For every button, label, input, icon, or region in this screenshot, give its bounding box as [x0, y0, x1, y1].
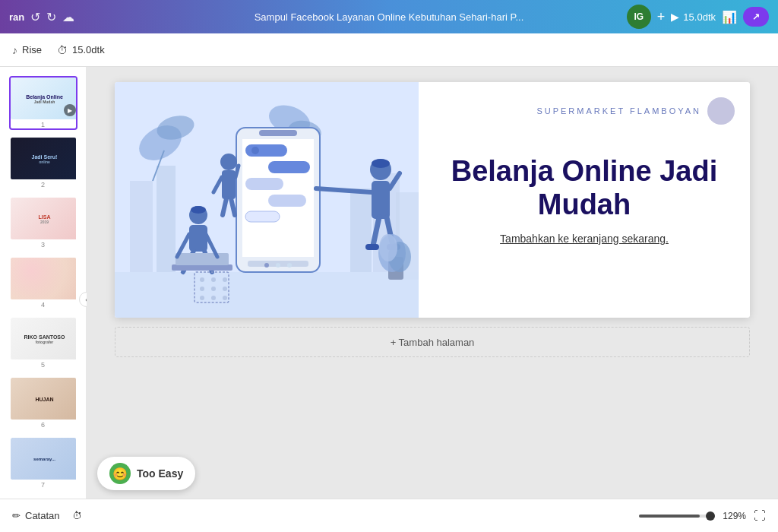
canvas-illustration: [115, 82, 419, 318]
zoom-percent: 129%: [723, 511, 746, 521]
duration-label: 15.0dtk: [72, 44, 105, 55]
canvas-right: SUPERMARKET FLAMBOYAN Belanja Online Jad…: [419, 82, 750, 318]
thumb-play-icon: ▶: [64, 104, 76, 116]
svg-point-34: [372, 159, 390, 168]
timer-item[interactable]: ⏱: [72, 510, 82, 521]
chart-button[interactable]: 📊: [722, 10, 737, 24]
svg-rect-24: [245, 211, 280, 222]
undo-button[interactable]: ↺: [30, 10, 40, 24]
zoom-area: 129% ⛶: [639, 509, 766, 523]
svg-point-56: [211, 277, 216, 282]
timer-icon: ⏱: [72, 510, 82, 521]
share-icon: ↗: [752, 11, 760, 22]
svg-point-25: [251, 147, 259, 154]
catatan-item[interactable]: ✏ Catatan: [12, 510, 60, 521]
svg-point-63: [223, 296, 227, 300]
sidebar-thumb-2[interactable]: Jadi Seru! online 2: [9, 136, 77, 190]
svg-rect-40: [176, 253, 229, 265]
svg-rect-39: [172, 264, 232, 271]
svg-point-44: [220, 154, 237, 170]
redo-button[interactable]: ↻: [46, 10, 56, 24]
sidebar-thumb-3[interactable]: LISA 2019 3: [9, 196, 77, 250]
play-duration: 15.0dtk: [683, 11, 716, 23]
svg-point-19: [287, 263, 292, 268]
play-icon: ▶: [671, 11, 679, 23]
music-icon: ♪: [12, 44, 17, 56]
illustration-svg: [115, 82, 419, 318]
svg-rect-45: [222, 170, 236, 199]
too-easy-label: Too Easy: [137, 467, 183, 480]
catatan-label: Catatan: [25, 510, 60, 521]
main-title: Belanja Online Jadi Mudah: [449, 155, 719, 221]
svg-point-60: [223, 287, 227, 291]
svg-point-53: [379, 234, 397, 261]
brand-text: SUPERMARKET FLAMBOYAN: [536, 106, 701, 116]
topbar-right: IG + ▶ 15.0dtk 📊 ↗: [627, 5, 769, 29]
duration-item[interactable]: ⏱ 15.0dtk: [57, 44, 105, 56]
sidebar-thumb-1[interactable]: Belanja Online Jadi Mudah ▶ 1: [9, 76, 77, 130]
svg-rect-2: [157, 166, 176, 272]
page-num-4: 4: [11, 301, 76, 309]
zoom-thumb[interactable]: [706, 511, 715, 521]
svg-rect-23: [268, 195, 306, 207]
add-page-label: + Tambah halaman: [391, 337, 475, 348]
topbar-left: ran ↺ ↻ ☁: [9, 10, 74, 24]
page-num-5: 5: [11, 361, 76, 369]
audio-item[interactable]: ♪ Rise: [12, 44, 42, 56]
sidebar-thumb-4[interactable]: 4: [9, 256, 77, 310]
too-easy-icon: 😊: [109, 463, 131, 484]
svg-rect-27: [372, 181, 390, 219]
svg-rect-36: [189, 225, 207, 252]
svg-point-57: [223, 277, 227, 282]
brand-row: SUPERMARKET FLAMBOYAN: [536, 97, 735, 125]
play-button[interactable]: ▶ 15.0dtk: [671, 11, 716, 23]
audio-label: Rise: [22, 44, 42, 55]
sidebar-thumb-5[interactable]: RIKO SANTOSO fotografer 5: [9, 316, 77, 370]
canvas-container: SUPERMARKET FLAMBOYAN Belanja Online Jad…: [115, 82, 750, 318]
cloud-save-button[interactable]: ☁: [62, 10, 74, 24]
svg-point-17: [264, 263, 269, 268]
topbar: ran ↺ ↻ ☁ Sampul Facebook Layanan Online…: [0, 0, 778, 33]
fullscreen-button[interactable]: ⛶: [754, 509, 766, 523]
page-num-2: 2: [11, 181, 76, 188]
add-page-bar[interactable]: + Tambah halaman: [115, 327, 750, 357]
svg-point-58: [200, 287, 204, 291]
svg-point-61: [200, 296, 204, 300]
user-avatar-button[interactable]: IG: [627, 5, 651, 29]
main-title-line2: Mudah: [538, 188, 631, 220]
page-num-6: 6: [11, 421, 76, 429]
zoom-fill: [639, 515, 700, 518]
share-button[interactable]: ↗: [743, 7, 769, 27]
svg-rect-15: [259, 130, 297, 136]
brand-name: ran: [9, 11, 24, 23]
svg-rect-32: [365, 244, 379, 250]
add-button[interactable]: +: [657, 9, 666, 25]
svg-rect-4: [350, 188, 372, 272]
svg-rect-6: [115, 272, 419, 318]
svg-point-62: [211, 296, 216, 300]
svg-rect-21: [268, 161, 310, 173]
svg-rect-22: [245, 178, 283, 190]
catatan-icon: ✏: [12, 510, 21, 521]
too-easy-badge[interactable]: 😊 Too Easy: [97, 457, 195, 490]
page-num-3: 3: [11, 241, 76, 249]
bottom-bar: ✏ Catatan ⏱ 129% ⛶: [0, 499, 778, 532]
sidebar-thumb-7[interactable]: semaraу... 7: [9, 436, 77, 490]
sidebar-wrapper: Belanja Online Jadi Mudah ▶ 1 Jadi Seru!…: [0, 67, 87, 532]
document-title: Sampul Facebook Layanan Online Kebutuhan…: [255, 11, 524, 23]
sidebar: Belanja Online Jadi Mudah ▶ 1 Jadi Seru!…: [0, 67, 87, 499]
subtitle-link[interactable]: Tambahkan ke keranjang sekarang.: [449, 233, 719, 245]
page-num-1: 1: [11, 121, 76, 128]
secondary-bar: ♪ Rise ⏱ 15.0dtk: [0, 33, 778, 67]
clock-icon: ⏱: [57, 44, 68, 56]
svg-point-18: [276, 263, 280, 268]
canvas-inner: SUPERMARKET FLAMBOYAN Belanja Online Jad…: [115, 82, 750, 318]
zoom-slider[interactable]: [639, 515, 715, 518]
svg-point-59: [211, 287, 216, 291]
main-title-line1: Belanja Online Jadi: [451, 155, 718, 187]
svg-point-55: [200, 277, 204, 282]
svg-rect-1: [130, 181, 153, 272]
page-num-7: 7: [11, 481, 76, 489]
sidebar-thumb-6[interactable]: HUJAN 6: [9, 376, 77, 430]
svg-point-43: [191, 206, 206, 214]
